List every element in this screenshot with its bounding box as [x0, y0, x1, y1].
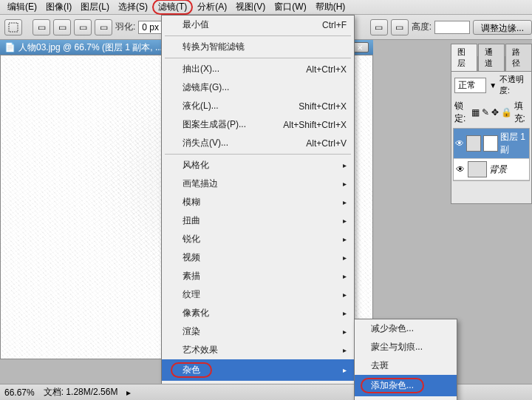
- filter-pixelate[interactable]: 像素化: [162, 304, 354, 322]
- selmode-new-icon[interactable]: ▭: [33, 19, 50, 35]
- menu-select[interactable]: 选择(S): [114, 0, 152, 15]
- noise-add[interactable]: 添加杂色...: [355, 375, 457, 396]
- layer-row[interactable]: 👁 背景: [454, 159, 529, 180]
- filter-render[interactable]: 渲染: [162, 322, 354, 341]
- selmode-sub-icon[interactable]: ▭: [74, 19, 92, 35]
- tab-channels[interactable]: 通道: [478, 44, 505, 71]
- filter-video[interactable]: 视频: [162, 248, 354, 267]
- menu-layer[interactable]: 图层(L): [76, 0, 114, 15]
- menu-help[interactable]: 帮助(H): [311, 0, 350, 15]
- filter-brushstrokes[interactable]: 画笔描边: [162, 174, 354, 193]
- feather-label: 羽化:: [115, 21, 135, 33]
- marquee-tool-icon[interactable]: [4, 19, 22, 35]
- tab-paths[interactable]: 路径: [505, 44, 532, 71]
- layer-thumb[interactable]: [466, 135, 481, 152]
- width-icon[interactable]: ▭: [391, 19, 409, 35]
- filter-distort[interactable]: 扭曲: [162, 211, 354, 230]
- filter-blur[interactable]: 模糊: [162, 193, 354, 211]
- layer-name[interactable]: 图层 1 副: [500, 131, 528, 156]
- layer-list: 👁 图层 1 副 👁 背景: [453, 128, 530, 181]
- layers-panel: 图层 通道 路径 正常 ▼ 不透明度: 锁定: ▦ ✎ ✥ 🔒 填充: 👁 图层…: [451, 56, 532, 204]
- height-label: 高度:: [412, 21, 432, 33]
- filter-pattern[interactable]: 图案生成器(P)...Alt+Shift+Ctrl+X: [162, 115, 354, 134]
- zoom-level[interactable]: 66.67%: [4, 387, 35, 398]
- filter-artistic[interactable]: 艺术效果: [162, 341, 354, 359]
- menu-filter[interactable]: 滤镜(T): [152, 0, 193, 15]
- lock-move-icon[interactable]: ✥: [491, 107, 499, 118]
- filter-sketch[interactable]: 素描: [162, 267, 354, 285]
- filter-vanishing[interactable]: 消失点(V)...Alt+Ctrl+V: [162, 134, 354, 152]
- layer-row[interactable]: 👁 图层 1 副: [454, 129, 529, 159]
- layer-mask-thumb[interactable]: [483, 135, 498, 152]
- style-icon[interactable]: ▭: [370, 19, 388, 35]
- tab-layers[interactable]: 图层: [451, 44, 477, 71]
- filter-liquify[interactable]: 液化(L)...Shift+Ctrl+X: [162, 97, 354, 115]
- menu-window[interactable]: 窗口(W): [270, 0, 310, 15]
- svg-rect-0: [9, 23, 18, 32]
- filter-stylize[interactable]: 风格化: [162, 156, 354, 174]
- doc-size: 文档: 1.28M/2.56M: [44, 386, 118, 399]
- selmode-add-icon[interactable]: ▭: [53, 19, 71, 35]
- visibility-icon[interactable]: 👁: [455, 164, 466, 174]
- layer-name[interactable]: 背景: [489, 163, 507, 176]
- chevron-right-icon[interactable]: ▸: [126, 387, 131, 398]
- lock-all-icon[interactable]: 🔒: [501, 107, 512, 118]
- filter-menu-dropdown: 最小值Ctrl+F 转换为智能滤镜 抽出(X)...Alt+Ctrl+X 滤镜库…: [161, 15, 355, 400]
- selmode-intersect-icon[interactable]: ▭: [95, 19, 112, 35]
- menu-view[interactable]: 视图(V): [231, 0, 270, 15]
- noise-median[interactable]: 中间值...: [355, 396, 457, 400]
- menubar: 编辑(E) 图像(I) 图层(L) 选择(S) 滤镜(T) 分析(A) 视图(V…: [0, 0, 532, 15]
- filter-texture[interactable]: 纹理: [162, 285, 354, 304]
- height-input: [434, 21, 470, 34]
- visibility-icon[interactable]: 👁: [455, 138, 464, 149]
- noise-submenu: 减少杂色... 蒙尘与划痕... 去斑 添加杂色... 中间值...: [354, 319, 457, 400]
- filter-last[interactable]: 最小值Ctrl+F: [162, 16, 354, 34]
- layer-thumb[interactable]: [468, 161, 487, 177]
- lock-transparent-icon[interactable]: ▦: [471, 107, 480, 118]
- noise-reduce[interactable]: 减少杂色...: [355, 319, 457, 338]
- filter-smartfilter[interactable]: 转换为智能滤镜: [162, 38, 354, 56]
- filter-extract[interactable]: 抽出(X)...Alt+Ctrl+X: [162, 60, 354, 78]
- menu-image[interactable]: 图像(I): [41, 0, 76, 15]
- ps-file-icon: 📄: [4, 42, 16, 52]
- lock-paint-icon[interactable]: ✎: [482, 107, 489, 118]
- blend-mode-select[interactable]: 正常: [454, 78, 486, 93]
- lock-label: 锁定:: [454, 100, 469, 125]
- filter-gallery[interactable]: 滤镜库(G)...: [162, 78, 354, 97]
- noise-despeckle[interactable]: 去斑: [355, 356, 457, 375]
- menu-analysis[interactable]: 分析(A): [193, 0, 231, 15]
- filter-noise[interactable]: 杂色: [162, 359, 354, 381]
- fill-label: 填充:: [514, 100, 529, 125]
- refine-edge-button[interactable]: 调整边缘...: [473, 20, 532, 35]
- document-title: 人物03.jpg @ 66.7% (图层 1 副本, ...): [18, 41, 166, 54]
- menu-edit[interactable]: 编辑(E): [3, 0, 41, 15]
- noise-dust[interactable]: 蒙尘与划痕...: [355, 338, 457, 356]
- filter-sharpen[interactable]: 锐化: [162, 230, 354, 248]
- opacity-label: 不透明度:: [499, 74, 528, 96]
